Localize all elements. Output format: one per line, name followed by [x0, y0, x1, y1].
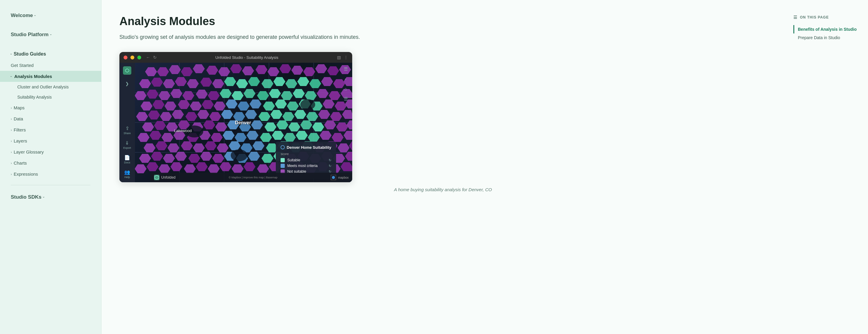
legend-reset-meets[interactable]: ↻: [329, 164, 331, 168]
svg-marker-160: [248, 152, 260, 161]
map-visualization: Denver Lakewood ☰ ▫ ⌂ ☰: [135, 63, 352, 182]
chevron-right-icon: ›: [11, 128, 12, 132]
svg-marker-86: [221, 110, 233, 119]
sidebar-item-welcome[interactable]: Welcome ›: [0, 9, 101, 22]
sidebar-item-charts[interactable]: › Charts: [0, 158, 101, 168]
svg-marker-73: [287, 102, 299, 111]
sidebar-item-layer-glossary[interactable]: › Layer Glossary: [0, 146, 101, 158]
unfolded-app-icon: [123, 66, 131, 75]
legend-reset-suitable[interactable]: ↻: [329, 158, 331, 162]
browser-title: Unfolded Studio - Suitability Analysis: [160, 55, 334, 60]
svg-marker-66: [202, 100, 214, 109]
svg-marker-156: [200, 152, 212, 161]
svg-marker-151: [139, 154, 151, 163]
sidebar-item-label: Expressions: [14, 171, 38, 176]
sidebar-item-layers[interactable]: › Layers: [0, 135, 101, 146]
svg-marker-58: [317, 89, 329, 98]
svg-marker-125: [260, 133, 272, 142]
sidebar-item-studio-platform[interactable]: Studio Platform ›: [0, 28, 101, 41]
svg-marker-85: [209, 112, 221, 121]
list-icon[interactable]: ☰: [344, 96, 348, 102]
svg-point-189: [231, 149, 247, 161]
chevron-icon: ›: [9, 54, 13, 55]
sidebar-subitem-suitability[interactable]: Suitability Analysis: [0, 92, 101, 102]
svg-marker-20: [291, 66, 303, 75]
share-icon: ⇪: [125, 126, 129, 131]
svg-marker-46: [170, 89, 182, 98]
chevron-right-icon: ›: [11, 172, 12, 176]
svg-marker-172: [170, 162, 182, 171]
svg-marker-80: [148, 111, 160, 119]
export-icon: ⇓: [125, 140, 129, 146]
svg-marker-70: [250, 100, 261, 108]
svg-marker-94: [318, 110, 330, 119]
sidebar-subitem-cluster-outlier[interactable]: Cluster and Outlier Analysis: [0, 82, 101, 92]
expand-panel-icon[interactable]: ❯: [125, 81, 129, 86]
sidebar-item-label: Studio Platform: [11, 32, 49, 38]
svg-marker-152: [151, 152, 163, 161]
svg-marker-99: [166, 122, 178, 132]
sidebar-subitem-label: Cluster and Outlier Analysis: [17, 85, 69, 89]
docs-tool[interactable]: 📄 Docs: [124, 155, 130, 164]
sidebar-item-get-started[interactable]: Get Started: [0, 60, 101, 71]
browser-refresh-icon: ↻: [153, 55, 157, 60]
toc-icon: ☰: [794, 15, 798, 20]
layers-icon[interactable]: ☰: [344, 66, 348, 72]
docs-icon: 📄: [124, 155, 130, 161]
legend-subtitle: score: [281, 152, 331, 156]
page-subtitle: Studio's growing set of analysis modules…: [119, 33, 767, 41]
svg-marker-190: [155, 175, 159, 180]
browser-maximize-dot: [137, 56, 141, 59]
svg-point-187: [185, 126, 203, 137]
legend-item-suitable: Suitable ↻: [281, 158, 331, 162]
svg-marker-87: [233, 112, 245, 121]
sidebar-item-maps[interactable]: › Maps: [0, 102, 101, 113]
sidebar-item-filters[interactable]: › Filters: [0, 124, 101, 135]
svg-marker-106: [251, 120, 263, 129]
svg-marker-38: [297, 77, 309, 86]
svg-marker-36: [273, 77, 285, 86]
svg-marker-134: [156, 141, 167, 150]
browser-chrome: ← ↻ Unfolded Studio - Suitability Analys…: [119, 52, 352, 63]
main-content: Analysis Modules Studio's growing set of…: [101, 0, 784, 334]
sidebar-divider: [11, 185, 90, 185]
toc-item-prepare[interactable]: Prepare Data in Studio: [794, 33, 859, 42]
svg-marker-65: [190, 102, 202, 111]
browser-back-icon: ←: [146, 55, 150, 60]
svg-marker-26: [151, 78, 163, 87]
toc-item-benefits[interactable]: Benefits of Analysis in Studio: [794, 25, 859, 33]
home-icon[interactable]: ⌂: [344, 86, 347, 91]
svg-marker-12: [193, 64, 205, 73]
chevron-right-icon: ›: [11, 139, 12, 143]
help-label: Help: [124, 176, 130, 179]
svg-marker-27: [163, 79, 175, 88]
sidebar-item-label: Get Started: [11, 63, 34, 68]
sidebar-item-studio-sdks[interactable]: Studio SDKs ›: [0, 191, 101, 204]
svg-marker-109: [288, 122, 300, 132]
export-tool[interactable]: ⇓ Export: [123, 140, 131, 149]
cube-icon[interactable]: ▫: [345, 77, 346, 82]
svg-marker-133: [144, 143, 156, 152]
sidebar-group-studio-guides[interactable]: › Studio Guides: [0, 47, 101, 60]
help-tool[interactable]: 👥 Help: [124, 169, 130, 179]
svg-marker-37: [285, 79, 297, 88]
sidebar-item-label: Maps: [14, 105, 25, 110]
svg-marker-122: [223, 131, 235, 140]
sidebar-item-analysis-modules[interactable]: › Analysis Modules: [0, 71, 101, 82]
share-tool[interactable]: ⇪ Share: [124, 126, 131, 135]
svg-marker-48: [196, 90, 208, 99]
svg-marker-161: [261, 154, 273, 163]
sidebar-item-expressions[interactable]: › Expressions: [0, 168, 101, 179]
map-bottom-bar: Unfolded © Mapbox | Improve this map | B…: [150, 173, 352, 182]
svg-marker-68: [226, 100, 238, 108]
svg-marker-50: [220, 89, 231, 98]
svg-marker-39: [309, 79, 321, 88]
svg-marker-10: [169, 65, 181, 74]
sidebar-item-data[interactable]: › Data: [0, 113, 101, 124]
legend-icon: [281, 145, 285, 149]
sidebar-item-label: Studio SDKs: [11, 194, 41, 200]
svg-marker-67: [214, 102, 226, 111]
browser-menu-icon: ⋮: [344, 55, 348, 60]
svg-marker-179: [257, 164, 269, 173]
svg-marker-173: [184, 164, 196, 173]
